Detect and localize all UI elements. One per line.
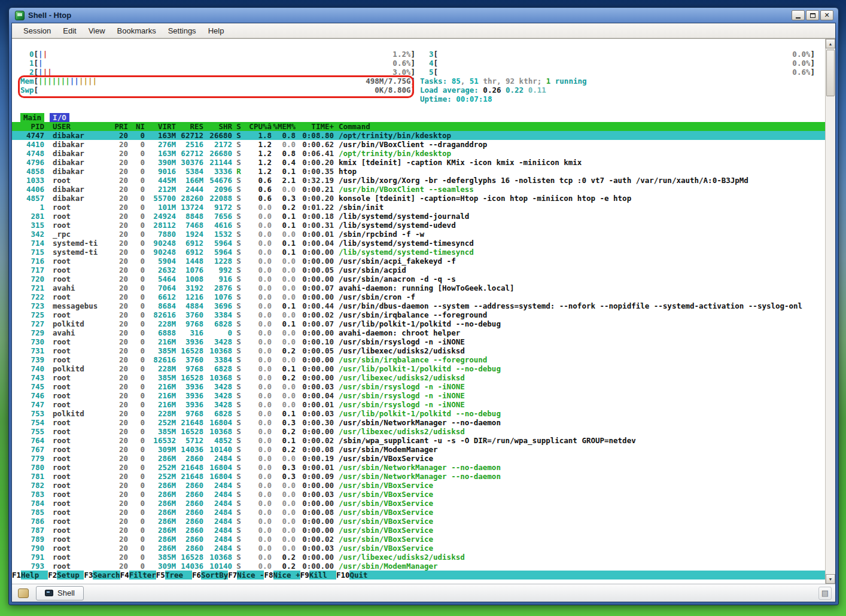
process-row[interactable]: 743root200385M1652810368S0.00.20:00.00/u… [12,373,825,382]
terminal-scrollbar[interactable]: ▲ ▼ [825,39,835,584]
scroll-up-button[interactable]: ▲ [826,39,835,48]
process-row[interactable]: 782root200286M28602484S0.00.00:00.00/usr… [12,481,825,490]
menu-item-session[interactable]: Session [18,25,56,37]
process-row[interactable]: 4406dibakar200212M24442096S0.60.00:00.21… [12,185,825,194]
column-header-virt[interactable]: VIRT [145,122,176,131]
column-header-pid[interactable]: PID [12,122,48,131]
process-row[interactable]: 764root2001653257124852S0.00.10:00.02/sb… [12,436,825,445]
process-row[interactable]: 721avahi200706431922876S0.00.00:00.07ava… [12,283,825,292]
fkey-f7[interactable]: F7Nice - [228,571,264,580]
close-button[interactable]: ✕ [820,10,833,20]
cell-pri: 20 [105,301,128,310]
menu-item-help[interactable]: Help [203,25,230,37]
process-row[interactable]: 729avahi20068883160S0.00.00:00.00avahi-d… [12,328,825,337]
cell-time: 0:00.09 [296,472,334,481]
process-row[interactable]: 315root2002811274684616S0.00.10:00.31/li… [12,221,825,230]
process-row[interactable]: 1033root200445M166M54676S0.62.10:32.19/u… [12,176,825,185]
column-header-command[interactable]: Command [334,122,825,131]
terminal[interactable]: 0[||1.2%]1[|0.6%]2[|||3.0%]Mem[|||||||||… [12,39,825,584]
process-row[interactable]: 4857dibakar200557002826022088S0.60.30:00… [12,194,825,203]
process-row[interactable]: 4748dibakar200163M6271226680S1.20.80:06.… [12,149,825,158]
process-row[interactable]: 740polkitd200228M97686828S0.00.10:00.00/… [12,364,825,373]
process-row[interactable]: 781root200252M2164816804S0.00.30:00.09/u… [12,472,825,481]
shell-tab[interactable]: Shell [36,586,84,600]
cell-shr: 10368 [203,427,232,436]
cell-time: 0:00.31 [296,221,334,230]
process-row[interactable]: 745root200216M39363428S0.00.00:00.03/usr… [12,382,825,391]
process-row[interactable]: 4747dibakar200163M6271226680S1.80.80:08.… [12,131,825,140]
scroll-down-button[interactable]: ▼ [826,574,835,584]
column-header-res[interactable]: RES [176,122,203,131]
htop-tab-main[interactable]: Main [20,113,44,122]
fkey-f6[interactable]: F6SortBy [192,571,228,580]
process-row[interactable]: 746root200216M39363428S0.00.00:00.04/usr… [12,391,825,400]
cell-command: /lib/systemd/systemd-journald [334,212,825,221]
tab-list-button[interactable]: ▤ [818,587,832,600]
process-row[interactable]: 780root200252M2164816804S0.00.30:00.01/u… [12,463,825,472]
process-row[interactable]: 791root200385M1652810368S0.00.20:00.00/u… [12,553,825,562]
new-tab-button[interactable] [16,586,31,600]
column-header-shr[interactable]: SHR [203,122,232,131]
process-row[interactable]: 784root200286M28602484S0.00.00:00.00/usr… [12,499,825,508]
cell-time: 0:00.30 [296,418,334,427]
fkey-f5[interactable]: F5Tree [156,571,192,580]
maximize-button[interactable] [806,10,819,20]
process-row[interactable]: 1root200101M137249172S0.00.20:01.22/sbin… [12,203,825,212]
fkey-f1[interactable]: F1Help [12,571,48,580]
process-row[interactable]: 787root200286M28602484S0.00.00:00.00/usr… [12,526,825,535]
scrollbar-track[interactable] [826,48,835,574]
column-header-pri[interactable]: PRI [105,122,128,131]
process-row[interactable]: 739root2008261637603384S0.00.00:00.00/us… [12,355,825,364]
process-row[interactable]: 720root20054641008916S0.00.00:00.00/usr/… [12,275,825,283]
cell-pid: 784 [12,499,48,508]
window-titlebar[interactable]: Shell - Htop ✕ [11,8,836,23]
process-row[interactable]: 4796dibakar200390M3037621144S1.20.40:00.… [12,158,825,167]
scrollbar-thumb[interactable] [826,50,835,96]
fkey-f2[interactable]: F2Setup [48,571,84,580]
cell-time: 0:06.41 [296,149,334,158]
process-row[interactable]: 4858dibakar200901653843336R1.20.10:00.35… [12,167,825,176]
fkey-f8[interactable]: F8Nice + [264,571,300,580]
process-row[interactable]: 722root200661212161076S0.00.00:00.00/usr… [12,292,825,301]
process-row[interactable]: 789root200286M28602484S0.00.00:00.02/usr… [12,535,825,544]
fkey-f3[interactable]: F3Search [84,571,120,580]
column-header-time[interactable]: TIME+ [296,122,334,131]
process-row[interactable]: 783root200286M28602484S0.00.00:00.03/usr… [12,490,825,499]
process-row[interactable]: 730root200216M39363428S0.00.00:00.10/usr… [12,337,825,346]
process-row[interactable]: 767root200309M1403610140S0.00.20:00.08/u… [12,445,825,454]
process-row[interactable]: 342_rpc200788019241532S0.00.00:00.01/sbi… [12,230,825,239]
process-row[interactable]: 754root200252M2164816804S0.00.30:00.30/u… [12,418,825,427]
process-row[interactable]: 4410dibakar200276M25162172S1.20.00:00.62… [12,140,825,149]
process-row[interactable]: 779root200286M28602484S0.00.00:00.19/usr… [12,454,825,463]
menu-item-bookmarks[interactable]: Bookmarks [112,25,162,37]
process-row[interactable]: 281root2002492488487656S0.00.10:00.18/li… [12,212,825,221]
process-row[interactable]: 725root2008261637603384S0.00.00:00.02/us… [12,310,825,319]
process-row[interactable]: 786root200286M28602484S0.00.00:00.00/usr… [12,517,825,526]
fkey-f4[interactable]: F4Filter [120,571,156,580]
process-row[interactable]: 715systemd-ti2009024869125964S0.00.10:00… [12,248,825,257]
menu-item-edit[interactable]: Edit [57,25,81,37]
menu-item-settings[interactable]: Settings [163,25,202,37]
process-row[interactable]: 790root200286M28602484S0.00.00:00.03/usr… [12,544,825,553]
htop-tab-io[interactable]: I/O [50,113,69,122]
process-row[interactable]: 793root200309M1403610140S0.00.20:00.00/u… [12,562,825,571]
process-row[interactable]: 747root200216M39363428S0.00.00:00.01/usr… [12,400,825,409]
process-row[interactable]: 731root200385M1652810368S0.00.20:00.05/u… [12,346,825,355]
column-header-mem[interactable]: %MEM% [272,122,296,131]
process-row[interactable]: 723messagebus200868448843696S0.00.10:00.… [12,301,825,310]
process-row[interactable]: 755root200385M1652810368S0.00.20:00.00/u… [12,427,825,436]
process-row[interactable]: 717root20026321076992S0.00.00:00.05/usr/… [12,266,825,275]
fkey-f9[interactable]: F9Kill [300,571,336,580]
process-row[interactable]: 727polkitd200228M97686828S0.00.10:00.07/… [12,319,825,328]
process-row[interactable]: 716root200590414481228S0.00.00:00.00/usr… [12,257,825,266]
menu-item-view[interactable]: View [83,25,111,37]
process-row[interactable]: 785root200286M28602484S0.00.00:00.08/usr… [12,508,825,517]
column-header-user[interactable]: USER [48,122,105,131]
process-row[interactable]: 753polkitd200228M97686828S0.00.10:00.03/… [12,409,825,418]
column-header-cpu[interactable]: CPU%â [245,122,272,131]
minimize-button[interactable] [792,10,805,20]
fkey-f10[interactable]: F10Quit [336,571,377,580]
column-header-state[interactable]: S [232,122,245,131]
column-header-ni[interactable]: NI [128,122,145,131]
process-row[interactable]: 714systemd-ti2009024869125964S0.00.10:00… [12,239,825,248]
